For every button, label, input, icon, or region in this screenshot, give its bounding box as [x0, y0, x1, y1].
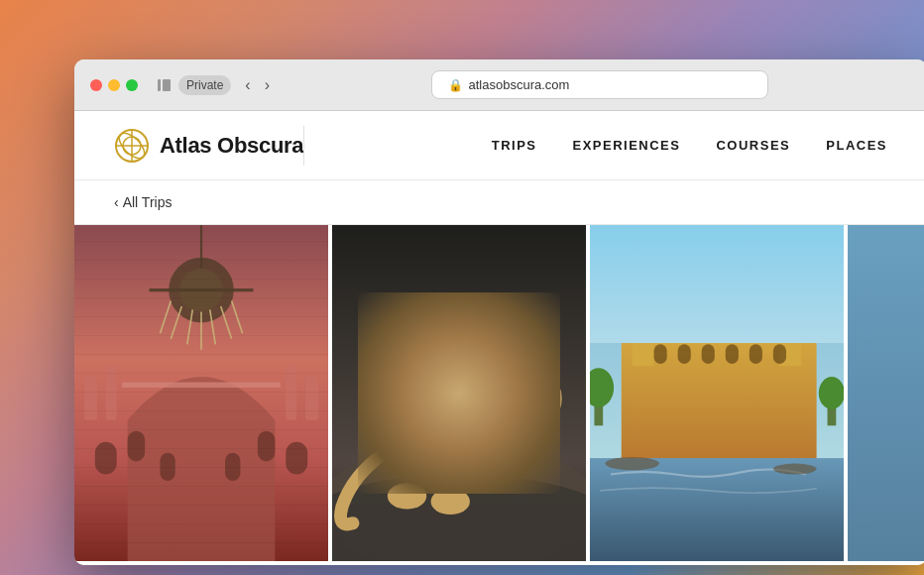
svg-rect-51	[643, 311, 795, 344]
svg-line-12	[210, 309, 215, 344]
site-header: Atlas Obscura TRIPS EXPERIENCES COURSES …	[74, 111, 924, 180]
site-nav: TRIPS EXPERIENCES COURSES PLACES	[492, 138, 887, 153]
svg-point-45	[431, 489, 470, 515]
browser-window: Private ‹ › 🔒 atlasobscura.com	[74, 59, 924, 565]
svg-point-32	[480, 364, 562, 433]
svg-rect-26	[286, 366, 296, 420]
svg-point-7	[179, 269, 223, 312]
svg-rect-60	[702, 344, 715, 364]
nav-experiences[interactable]: EXPERIENCES	[572, 138, 680, 153]
nav-courses[interactable]: COURSES	[716, 138, 790, 153]
svg-rect-5	[74, 225, 328, 561]
svg-point-49	[741, 275, 806, 305]
svg-rect-63	[773, 344, 786, 364]
address-bar[interactable]: 🔒 atlasobscura.com	[431, 70, 768, 99]
svg-rect-22	[286, 442, 307, 475]
website-content: Atlas Obscura TRIPS EXPERIENCES COURSES …	[74, 111, 924, 565]
svg-rect-27	[122, 383, 281, 388]
svg-point-70	[819, 377, 844, 409]
svg-line-10	[187, 309, 192, 344]
svg-rect-61	[726, 344, 739, 364]
svg-point-65	[605, 457, 659, 470]
svg-point-33	[480, 364, 562, 433]
breadcrumb-bar: ‹ All Trips	[74, 180, 924, 225]
svg-rect-19	[160, 453, 174, 481]
svg-point-42	[434, 458, 445, 469]
logo-area[interactable]: Atlas Obscura	[114, 128, 303, 164]
back-button[interactable]: ‹	[239, 72, 256, 98]
svg-rect-23	[84, 377, 97, 420]
address-bar-wrapper: 🔒 atlasobscura.com	[288, 70, 911, 99]
svg-point-34	[507, 388, 520, 399]
svg-point-35	[526, 386, 539, 397]
svg-rect-53	[686, 274, 751, 300]
svg-rect-55	[633, 295, 654, 306]
svg-point-43	[482, 452, 495, 465]
svg-line-13	[221, 306, 232, 339]
header-divider	[303, 126, 304, 166]
breadcrumb-arrow: ‹	[114, 194, 119, 210]
logo-text: Atlas Obscura	[160, 133, 303, 159]
breadcrumb-label: All Trips	[123, 194, 173, 210]
sidebar-toggle-icon[interactable]	[158, 79, 171, 91]
svg-point-48	[637, 252, 714, 295]
nav-trips[interactable]: TRIPS	[492, 138, 537, 153]
breadcrumb-back-link[interactable]: ‹ All Trips	[114, 194, 172, 210]
svg-rect-57	[779, 295, 801, 306]
svg-rect-17	[95, 442, 117, 475]
svg-rect-54	[633, 301, 654, 367]
svg-point-37	[529, 388, 536, 395]
browser-tabs-area: Private ‹ ›	[158, 72, 276, 98]
lock-icon: 🔒	[448, 78, 463, 92]
svg-point-6	[169, 258, 234, 323]
svg-point-44	[388, 483, 426, 509]
svg-rect-52	[665, 290, 773, 323]
svg-point-38	[517, 403, 527, 410]
svg-rect-62	[750, 344, 762, 364]
svg-point-31	[383, 394, 534, 491]
gallery-item-leopard[interactable]	[332, 225, 586, 561]
private-badge: Private	[178, 75, 231, 95]
fullscreen-button[interactable]	[126, 79, 138, 91]
gallery-item-palace[interactable]	[74, 225, 328, 561]
gallery-item-udaipur[interactable]	[590, 225, 844, 561]
logo-emblem	[114, 128, 150, 164]
svg-rect-24	[106, 366, 117, 420]
svg-point-39	[422, 424, 435, 437]
close-button[interactable]	[90, 79, 102, 91]
url-text: atlasobscura.com	[469, 77, 570, 92]
svg-rect-21	[258, 431, 275, 462]
svg-point-36	[510, 390, 517, 397]
svg-line-8	[160, 301, 171, 334]
minimize-button[interactable]	[108, 79, 120, 91]
svg-point-41	[464, 429, 479, 444]
private-label: Private	[186, 78, 223, 92]
svg-point-66	[773, 464, 817, 475]
svg-rect-25	[305, 377, 318, 420]
nav-places[interactable]: PLACES	[826, 138, 887, 153]
gallery-item-partial[interactable]	[848, 225, 924, 561]
svg-rect-59	[678, 344, 691, 364]
svg-rect-71	[848, 225, 924, 561]
svg-rect-18	[128, 431, 145, 462]
svg-line-14	[232, 301, 243, 334]
forward-button[interactable]: ›	[259, 72, 276, 98]
svg-rect-20	[225, 453, 240, 481]
svg-line-9	[171, 306, 181, 339]
browser-chrome: Private ‹ › 🔒 atlasobscura.com	[74, 59, 924, 111]
traffic-lights	[90, 79, 138, 91]
svg-rect-58	[654, 344, 667, 364]
browser-navigation: ‹ ›	[239, 72, 276, 98]
svg-point-30	[332, 475, 586, 561]
svg-point-47	[600, 260, 686, 298]
svg-point-40	[445, 447, 456, 458]
gallery-strip	[74, 225, 924, 561]
